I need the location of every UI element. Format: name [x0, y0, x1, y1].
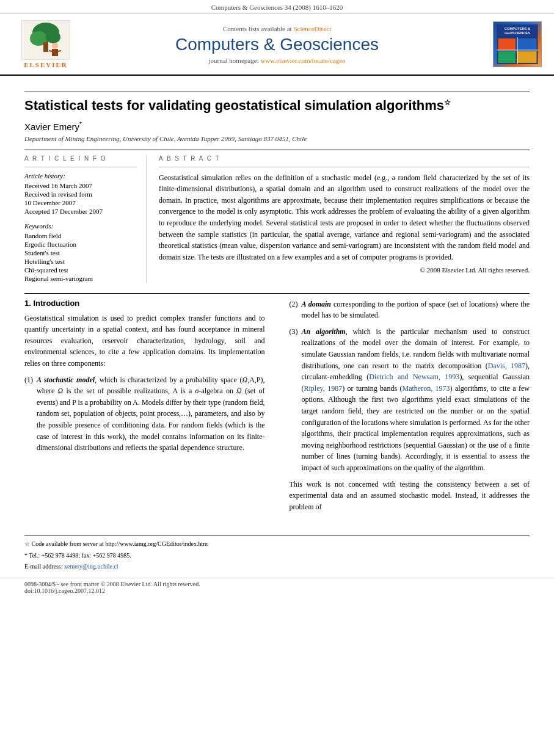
contents-text: Contents lists available at: [223, 25, 292, 32]
article-info-column: A R T I C L E I N F O Article history: R…: [24, 155, 147, 283]
footnote-star: ☆ Code available from server at http://w…: [24, 540, 530, 549]
banner-center: Contents lists available at ScienceDirec…: [79, 25, 475, 64]
email-label: E-mail address:: [24, 563, 62, 570]
sciencedirect-line: Contents lists available at ScienceDirec…: [79, 25, 475, 32]
item-1-text: A stochastic model, which is characteriz…: [37, 374, 265, 454]
footnote-star-text: ☆ Code available from server at http://w…: [24, 540, 208, 547]
history-label: Article history:: [24, 172, 137, 180]
accepted-date: Accepted 17 December 2007: [24, 208, 137, 215]
keyword-3: Student's test: [24, 249, 137, 256]
author-name: Xavier Emery*: [24, 121, 530, 132]
svg-rect-14: [517, 38, 537, 50]
list-item-2: (2) A domain corresponding to the portio…: [290, 299, 530, 321]
article-info-label: A R T I C L E I N F O: [24, 155, 137, 162]
email-link[interactable]: xemery@ing.uchile.cl: [64, 563, 118, 570]
received-date: Received 16 March 2007: [24, 182, 137, 189]
sciencedirect-link[interactable]: ScienceDirect: [293, 25, 331, 32]
main-content: 1. Introduction Geostatistical simulatio…: [24, 299, 530, 518]
footer-issn: 0098-3004/$ - see front matter © 2008 El…: [24, 581, 530, 587]
right-column: (2) A domain corresponding to the portio…: [283, 299, 530, 518]
homepage-label: journal homepage:: [208, 57, 258, 64]
journal-homepage: journal homepage: www.elsevier.com/locat…: [79, 57, 475, 64]
mid-divider: [24, 150, 530, 150]
journal-banner: ELSEVIER Contents lists available at Sci…: [0, 14, 554, 75]
list-item-3: (3) An algorithm, which is the particula…: [290, 326, 530, 474]
elsevier-logo: ELSEVIER: [12, 20, 79, 68]
svg-rect-6: [52, 49, 58, 56]
page: Computers & Geosciences 34 (2008) 1610–1…: [0, 0, 554, 756]
footnote-asterisk: * Tel.: +562 978 4498; fax: +562 978 498…: [24, 551, 530, 561]
section1-number: 1.: [24, 299, 31, 308]
list-item-1: (1) A stochastic model, which is charact…: [24, 374, 265, 454]
abstract-paragraph: Geostatistical simulation relies on the …: [159, 172, 530, 263]
svg-rect-15: [498, 51, 516, 63]
left-column: 1. Introduction Geostatistical simulatio…: [24, 299, 271, 518]
article-body: Statistical tests for validating geostat…: [0, 76, 554, 529]
abstract-label: A B S T R A C T: [159, 155, 530, 162]
cover-thumb-icon: COMPUTERS & GEOSCIENCES: [496, 24, 539, 64]
keyword-1: Random field: [24, 232, 137, 239]
info-abstract-row: A R T I C L E I N F O Article history: R…: [24, 155, 530, 283]
banner-right: COMPUTERS & GEOSCIENCES: [475, 21, 542, 67]
content-divider: [24, 293, 530, 294]
svg-text:COMPUTERS &: COMPUTERS &: [505, 27, 530, 31]
keyword-2: Ergodic fluctuation: [24, 241, 137, 248]
article-title: Statistical tests for validating geostat…: [24, 97, 530, 115]
copyright-line: © 2008 Elsevier Ltd. All rights reserved…: [159, 266, 530, 274]
author-text: Xavier Emery: [24, 122, 79, 132]
item-1-num: (1): [24, 374, 33, 386]
journal-meta-top: Computers & Geosciences 34 (2008) 1610–1…: [0, 0, 554, 14]
elsevier-tree-icon: [21, 20, 70, 60]
footnotes-area: ☆ Code available from server at http://w…: [0, 540, 554, 572]
journal-cover-image: COMPUTERS & GEOSCIENCES: [493, 21, 542, 67]
author-footnote-mark: *: [79, 121, 82, 128]
revised-date: 10 December 2007: [24, 199, 137, 206]
banner-left: ELSEVIER: [12, 20, 79, 68]
svg-rect-4: [43, 42, 48, 52]
section1-last-para: This work is not concerned with testing …: [290, 479, 530, 513]
keywords-label: Keywords:: [24, 222, 137, 230]
title-footnote-mark: ☆: [444, 98, 451, 107]
elsevier-brand-text: ELSEVIER: [24, 61, 68, 68]
abstract-column: A B S T R A C T Geostatistical simulatio…: [159, 155, 530, 283]
section1-title-text: Introduction: [33, 299, 79, 308]
svg-point-3: [46, 31, 60, 43]
journal-title: Computers & Geosciences: [79, 35, 475, 54]
journal-header: Computers & Geosciences 34 (2008) 1610–1…: [0, 0, 554, 76]
keyword-5: Chi-squared test: [24, 266, 137, 274]
footnote-asterisk-text: * Tel.: +562 978 4498; fax: +562 978 498…: [24, 552, 131, 559]
section1-title: 1. Introduction: [24, 299, 265, 308]
section1-para1: Geostatistical simulation is used to pre…: [24, 313, 265, 369]
footer-divider: [24, 536, 530, 536]
svg-text:GEOSCIENCES: GEOSCIENCES: [505, 31, 530, 35]
item-3-num: (3): [290, 326, 298, 338]
journal-ref: Computers & Geosciences 34 (2008) 1610–1…: [211, 4, 343, 11]
item-3-text: An algorithm, which is the particular me…: [302, 326, 530, 474]
homepage-url[interactable]: www.elsevier.com/locate/cageo: [260, 57, 345, 64]
page-footer: 0098-3004/$ - see front matter © 2008 El…: [0, 578, 554, 597]
affiliation: Department of Mining Engineering, Univer…: [24, 135, 530, 142]
abstract-text: Geostatistical simulation relies on the …: [159, 172, 530, 263]
top-divider: [24, 92, 530, 92]
footer-doi: doi:10.1016/j.cageo.2007.12.012: [24, 587, 530, 594]
keyword-6: Regional semi-variogram: [24, 275, 137, 282]
svg-rect-13: [498, 38, 516, 50]
item-2-text: A domain corresponding to the portion of…: [302, 299, 530, 321]
item-2-num: (2): [290, 299, 298, 310]
svg-point-5: [52, 43, 58, 49]
svg-rect-16: [517, 51, 537, 63]
keyword-4: Hotelling's test: [24, 258, 137, 265]
title-text: Statistical tests for validating geostat…: [24, 98, 444, 113]
footnote-email: E-mail address: xemery@ing.uchile.cl: [24, 562, 530, 572]
revised-label: Received in revised form: [24, 191, 137, 198]
